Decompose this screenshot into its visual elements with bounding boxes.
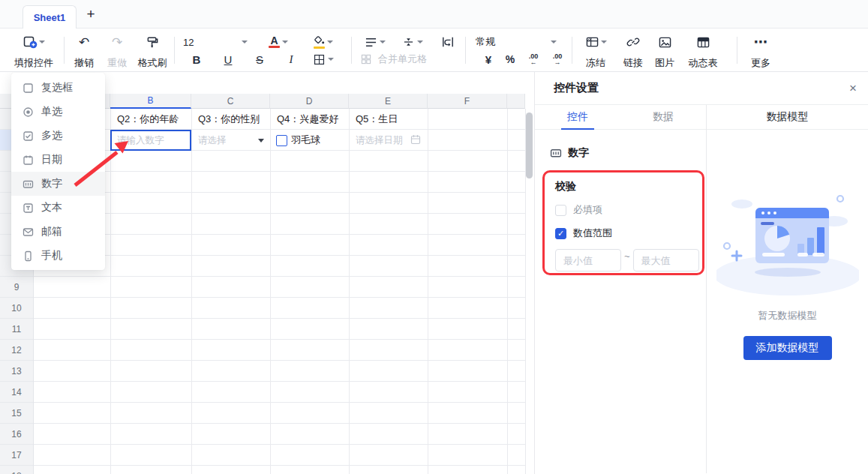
increase-decimal-icon: .00→ (553, 53, 563, 65)
control-type-row: 数字 (550, 146, 706, 160)
tab-sheet1[interactable]: Sheet1 (23, 5, 77, 28)
cell-c1[interactable]: Q3：你的性别 (192, 109, 269, 130)
increase-decimal-button[interactable]: .00→ (546, 52, 569, 67)
menu-item-text[interactable]: 文本 (11, 196, 105, 220)
cell-c2-select[interactable]: 请选择 (192, 130, 260, 151)
column-header-f[interactable]: F (428, 94, 507, 109)
menu-item-phone[interactable]: 手机 (11, 244, 105, 268)
borders-button[interactable] (306, 52, 341, 67)
decrease-decimal-button[interactable]: .00← (522, 52, 545, 67)
undo-icon: ↶ (79, 34, 89, 50)
add-data-model-button[interactable]: 添加数据模型 (743, 336, 832, 360)
cell-e2-date[interactable]: 请选择日期 (350, 130, 410, 151)
select-dropdown-icon[interactable] (258, 139, 264, 142)
menu-item-checkbox[interactable]: 复选框 (11, 76, 105, 100)
column-header-b[interactable]: B (110, 94, 191, 109)
freeze-button[interactable]: 冻结 (578, 34, 614, 68)
range-tilde: ~ (624, 250, 630, 262)
vertical-align-button[interactable] (396, 34, 429, 50)
chevron-down-icon (328, 58, 334, 61)
image-icon (658, 36, 672, 49)
menu-item-date[interactable]: 日期 (11, 148, 105, 172)
range-checkbox[interactable]: ✓ (555, 228, 566, 239)
panel-right-column: 数据模型 (706, 105, 868, 473)
menu-item-number[interactable]: 数字 (11, 172, 105, 196)
bold-button[interactable]: B (186, 52, 207, 67)
image-label: 图片 (655, 58, 674, 68)
range-label: 数值范围 (573, 226, 612, 240)
row-header[interactable]: 10 (0, 298, 33, 319)
range-checkbox-row[interactable]: ✓ 数值范围 (555, 226, 692, 240)
close-icon[interactable]: × (849, 82, 857, 94)
strikethrough-button[interactable]: S (249, 52, 270, 67)
underline-icon: U (224, 53, 233, 66)
menu-item-multiselect[interactable]: 多选 (11, 124, 105, 148)
chevron-down-icon (601, 40, 607, 44)
tab-data[interactable]: 数据 (620, 105, 706, 129)
number-icon (550, 147, 562, 159)
merge-cells-icon (360, 53, 372, 65)
row-header[interactable]: 14 (0, 382, 33, 403)
toolbar: 填报控件 ↶ 撤销 ↷ 重做 格式刷 12 (0, 28, 868, 72)
fill-color-bar (314, 46, 325, 49)
underline-button[interactable]: U (218, 52, 239, 67)
undo-button[interactable]: ↶ 撤销 (69, 34, 99, 68)
chevron-down-icon (39, 40, 45, 44)
redo-button[interactable]: ↷ 重做 (102, 34, 132, 68)
chevron-down-icon (242, 40, 248, 44)
font-color-button[interactable]: A (263, 34, 294, 50)
column-header-c[interactable]: C (191, 94, 270, 109)
column-header-e[interactable]: E (349, 94, 428, 109)
more-button[interactable]: ⋯ 更多 (744, 34, 777, 68)
format-painter-label: 格式刷 (138, 58, 167, 68)
menu-item-radio[interactable]: 单选 (11, 100, 105, 124)
horizontal-align-button[interactable] (359, 34, 392, 50)
max-value-input[interactable] (633, 249, 699, 272)
highlight-annotation-box: 校验 必填项 ✓ 数值范围 ~ (542, 170, 704, 275)
cell-d2-checkbox-label[interactable]: 羽毛球 (285, 130, 347, 151)
row-header[interactable]: 11 (0, 319, 33, 340)
row-header[interactable]: 16 (0, 424, 33, 445)
percent-icon: % (506, 53, 515, 65)
format-painter-button[interactable]: 格式刷 (134, 34, 171, 68)
row-header[interactable]: 12 (0, 340, 33, 361)
menu-item-email[interactable]: 邮箱 (11, 220, 105, 244)
validation-heading: 校验 (555, 180, 692, 194)
number-format-select[interactable]: 常规 (476, 34, 557, 50)
form-controls-button[interactable]: 填报控件 (9, 34, 59, 68)
dynamic-table-button[interactable]: 动态表 (683, 34, 723, 68)
currency-format-button[interactable]: ¥ (479, 52, 498, 67)
grid-horizontal-lines (34, 109, 525, 474)
cell-d1[interactable]: Q4：兴趣爱好 (271, 109, 348, 130)
number-icon (23, 178, 34, 190)
percent-format-button[interactable]: % (500, 52, 521, 67)
italic-button[interactable]: I (281, 52, 302, 67)
image-button[interactable]: 图片 (650, 34, 680, 68)
grid-line (507, 109, 508, 474)
required-checkbox[interactable] (555, 205, 566, 216)
link-button[interactable]: 链接 (618, 34, 648, 68)
row-header[interactable]: 17 (0, 445, 33, 466)
fill-color-button[interactable] (306, 34, 341, 50)
row-header[interactable]: 13 (0, 361, 33, 382)
text-wrap-button[interactable] (437, 34, 459, 50)
row-header[interactable]: 9 (0, 277, 33, 298)
cell-b1[interactable]: Q2：你的年龄 (111, 109, 191, 130)
cell-e1[interactable]: Q5：生日 (350, 109, 427, 130)
tab-control[interactable]: 控件 (535, 105, 620, 129)
font-size-select[interactable]: 12 (183, 34, 248, 50)
redo-label: 重做 (107, 58, 127, 68)
column-header-partial[interactable] (507, 94, 525, 109)
column-header-d[interactable]: D (270, 94, 349, 109)
add-sheet-button[interactable]: + (81, 4, 101, 24)
merge-cells-button[interactable]: 合并单元格 (360, 52, 444, 67)
redo-icon: ↷ (112, 34, 122, 50)
tab-data-model[interactable]: 数据模型 (707, 105, 868, 129)
row-header[interactable]: 18 (0, 466, 33, 474)
row-header[interactable]: 15 (0, 403, 33, 424)
cell-b2-number-input[interactable]: 请输入数字 (110, 130, 191, 151)
calendar-icon[interactable] (410, 134, 421, 145)
vertical-scrollbar[interactable] (526, 112, 533, 178)
min-value-input[interactable] (555, 249, 621, 272)
required-checkbox-row[interactable]: 必填项 (555, 203, 692, 217)
